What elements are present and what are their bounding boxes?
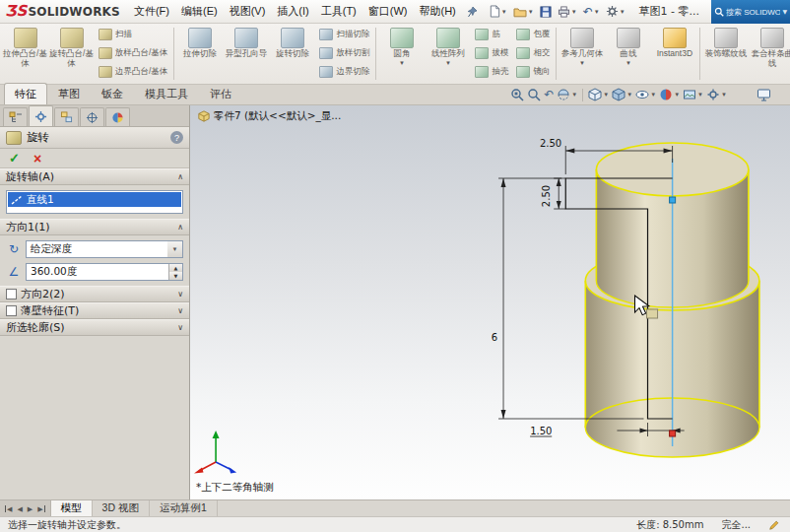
cosmetic-thread-icon: [714, 28, 738, 48]
edit-pencil-icon[interactable]: [768, 519, 780, 531]
section-view-button[interactable]: ▼: [556, 87, 578, 102]
section-header-selected-contours[interactable]: 所选轮廓(S) ∨: [0, 319, 189, 336]
spin-up-button[interactable]: ▲: [169, 264, 182, 272]
tab-motion-study[interactable]: 运动算例1: [150, 500, 218, 516]
rib-button[interactable]: 筋: [471, 25, 512, 43]
fillet-button[interactable]: 圆角 ▼: [378, 25, 425, 83]
menu-view[interactable]: 视图(V): [224, 0, 272, 23]
lofted-cut-button[interactable]: 放样切割: [315, 43, 373, 62]
reference-geometry-button[interactable]: 参考几何体 ▼: [559, 25, 605, 83]
view-settings-button[interactable]: ▼: [705, 87, 728, 102]
edit-appearance-button[interactable]: ▼: [658, 87, 681, 102]
boundary-boss-button[interactable]: 边界凸台/基体: [95, 62, 171, 81]
save-button[interactable]: [538, 5, 554, 19]
swept-boss-button[interactable]: 扫描: [95, 25, 171, 43]
tab-evaluate[interactable]: 评估: [199, 83, 242, 104]
cancel-button[interactable]: ×: [33, 152, 41, 166]
tab-3d-views[interactable]: 3D 视图: [93, 500, 150, 516]
tab-scroll-prev-icon[interactable]: ◀: [17, 505, 22, 512]
chevron-down-icon: ▼: [571, 92, 577, 98]
displaymanager-tab[interactable]: [105, 107, 130, 126]
axis-drag-handle[interactable]: [670, 197, 676, 203]
axis-selection-listbox[interactable]: 直线1: [6, 190, 183, 214]
instant3d-button[interactable]: Instant3D: [651, 25, 697, 83]
shell-icon: [475, 66, 489, 78]
tab-scroll-next-icon[interactable]: ▶: [28, 505, 33, 512]
featuremanager-tree-tab[interactable]: [3, 107, 28, 126]
configurationmanager-tab[interactable]: [54, 107, 79, 126]
menu-tools[interactable]: 工具(T): [315, 0, 362, 23]
chevron-down-icon: ▼: [172, 246, 178, 252]
draft-button[interactable]: 拔模: [471, 43, 512, 62]
end-condition-combobox[interactable]: 给定深度 ▼: [26, 240, 183, 258]
zoom-to-area-button[interactable]: [526, 87, 542, 102]
boundary-cut-button[interactable]: 边界切除: [315, 62, 373, 81]
tab-scroll-first-icon[interactable]: ◀: [5, 505, 12, 512]
section-header-axis[interactable]: 旋转轴(A) ∧: [0, 168, 189, 185]
view-orientation-button[interactable]: ▼: [587, 87, 610, 102]
new-document-button[interactable]: ▼: [487, 4, 509, 19]
combo-dropdown-button[interactable]: ▼: [167, 241, 182, 257]
menubar-pin-icon[interactable]: [467, 6, 478, 18]
undo-button[interactable]: ↶ ▼: [581, 5, 602, 19]
menu-edit[interactable]: 编辑(E): [175, 0, 224, 23]
wrap-button[interactable]: 包覆: [512, 25, 554, 43]
zoom-to-fit-button[interactable]: [509, 87, 525, 102]
previous-view-button[interactable]: ↶: [543, 88, 555, 101]
print-button[interactable]: ▼: [556, 5, 579, 19]
mirror-button[interactable]: 镜向: [512, 62, 554, 81]
menu-file[interactable]: 文件(F): [128, 0, 175, 23]
options-button[interactable]: ▼: [604, 4, 627, 19]
boundary-boss-icon: [99, 66, 112, 78]
linear-pattern-button[interactable]: 线性阵列 ▼: [425, 25, 471, 83]
angle-spinbox[interactable]: 360.00度 ▲ ▼: [26, 263, 183, 281]
display-style-button[interactable]: ▼: [611, 87, 633, 102]
tab-scroll-last-icon[interactable]: ▶: [37, 505, 44, 512]
section-header-thin-feature[interactable]: 薄壁特征(T) ∨: [0, 302, 189, 319]
extruded-boss-base-button[interactable]: 拉伸凸台/基体: [2, 25, 48, 83]
tab-sketch[interactable]: 草图: [47, 83, 91, 104]
fit-spline-button[interactable]: 套合样条曲线: [749, 25, 790, 83]
tab-sheet-metal[interactable]: 钣金: [91, 83, 134, 104]
open-button[interactable]: ▼: [511, 5, 536, 19]
section-header-direction2[interactable]: 方向2(2) ∨: [0, 286, 189, 302]
swept-cut-button[interactable]: 扫描切除: [315, 25, 373, 43]
thin-feature-checkbox[interactable]: [6, 305, 17, 316]
section-header-direction1[interactable]: 方向1(1) ∧: [0, 219, 189, 235]
pin-icon: [467, 6, 478, 18]
chevron-down-icon: ▼: [625, 60, 631, 66]
search-input[interactable]: [726, 8, 780, 17]
ok-button[interactable]: ✓: [9, 152, 20, 165]
extruded-cut-button[interactable]: 拉伸切除: [176, 25, 223, 83]
shell-button[interactable]: 抽壳: [471, 62, 512, 81]
direction2-checkbox[interactable]: [6, 289, 17, 299]
flyout-feature-tree[interactable]: 零件7 (默认<<默认>_显...: [198, 109, 341, 123]
revolved-boss-base-button[interactable]: 旋转凸台/基体: [48, 25, 95, 83]
tab-model[interactable]: 模型: [51, 500, 93, 516]
hide-show-items-button[interactable]: ▼: [634, 87, 657, 102]
sketch-endpoint[interactable]: [670, 431, 676, 436]
3d-scene[interactable]: 2.50 2.50 6 1.50: [190, 105, 790, 499]
help-icon[interactable]: ?: [170, 131, 183, 144]
tab-mold-tools[interactable]: 模具工具: [134, 83, 199, 104]
cosmetic-thread-button[interactable]: 装饰螺纹线: [702, 25, 749, 83]
lofted-boss-button[interactable]: 放样凸台/基体: [95, 43, 171, 62]
intersect-button[interactable]: 相交: [512, 43, 554, 62]
revolved-cut-button[interactable]: 旋转切除: [269, 25, 315, 83]
hole-wizard-button[interactable]: 异型孔向导: [223, 25, 269, 83]
graphics-area[interactable]: 2.50 2.50 6 1.50: [190, 105, 790, 499]
menu-insert[interactable]: 插入(I): [271, 0, 314, 23]
propertymanager-tab[interactable]: [29, 105, 53, 126]
menu-window[interactable]: 窗口(W): [362, 0, 414, 23]
dimension-texts[interactable]: 2.50 2.50 6 1.50: [492, 138, 562, 436]
spin-down-button[interactable]: ▼: [169, 272, 182, 280]
dimxpertmanager-tab[interactable]: [80, 107, 104, 126]
axis-selection-item[interactable]: 直线1: [8, 192, 181, 207]
part-tree-label: 零件7 (默认<<默认>_显...: [214, 109, 341, 123]
curves-button[interactable]: 曲线 ▼: [605, 25, 651, 83]
tab-features[interactable]: 特征: [4, 83, 47, 104]
full-screen-button[interactable]: [756, 87, 772, 102]
menu-help[interactable]: 帮助(H): [413, 0, 461, 23]
display-style-icon: [612, 88, 625, 101]
apply-scene-button[interactable]: ▼: [682, 87, 704, 102]
